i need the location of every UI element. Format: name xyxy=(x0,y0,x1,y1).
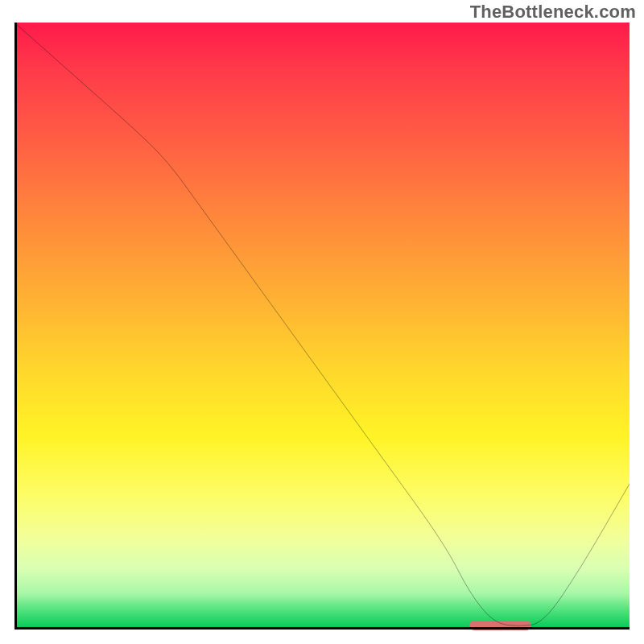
bottleneck-curve-path xyxy=(14,23,630,625)
curve-svg xyxy=(14,23,630,630)
chart-container: TheBottleneck.com xyxy=(0,0,644,644)
watermark-text: TheBottleneck.com xyxy=(470,2,636,23)
plot-area xyxy=(14,23,630,630)
